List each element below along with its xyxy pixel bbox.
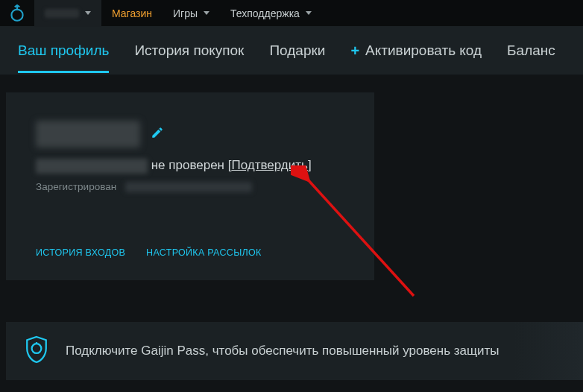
site-logo[interactable] [6,2,28,25]
top-nav: Магазин Игры Техподдержка [0,0,583,27]
tab-activate-code[interactable]: + Активировать код [350,29,482,73]
chevron-down-icon [306,11,312,15]
mailing-settings-link[interactable]: НАСТРОЙКА РАССЫЛОК [146,247,262,258]
chevron-down-icon [204,11,209,15]
profile-card: не проверен [Подтвердить] Зарегистрирова… [6,92,374,280]
edit-username-button[interactable] [151,126,164,142]
nav-store[interactable]: Магазин [101,0,163,27]
shield-icon [24,335,49,368]
plus-icon: + [350,42,359,60]
gaijin-pass-banner[interactable]: Подключите Gaijin Pass, чтобы обеспечить… [6,322,583,380]
chevron-down-icon [85,11,91,15]
registered-date-redacted [125,182,252,192]
tab-gifts[interactable]: Подарки [269,29,325,72]
gaijin-pass-text: Подключите Gaijin Pass, чтобы обеспечить… [66,344,500,358]
nav-games[interactable]: Игры [163,0,220,27]
tab-balance[interactable]: Баланс [507,29,555,72]
username-redacted [36,121,140,148]
svg-point-1 [32,344,42,353]
email-status-row: не проверен [Подтвердить] [36,158,344,174]
registered-row: Зарегистрирован [36,181,344,192]
login-history-link[interactable]: ИСТОРИЯ ВХОДОВ [36,247,125,258]
tab-purchase-history[interactable]: История покупок [134,29,244,72]
svg-point-0 [11,9,22,20]
nav-user-menu[interactable] [34,0,101,27]
email-redacted [36,159,148,174]
sub-nav: Ваш профиль История покупок Подарки + Ак… [0,27,583,75]
tab-profile[interactable]: Ваш профиль [18,29,109,73]
confirm-email-link[interactable]: Подтвердить [231,158,307,172]
nav-support[interactable]: Техподдержка [220,0,322,27]
